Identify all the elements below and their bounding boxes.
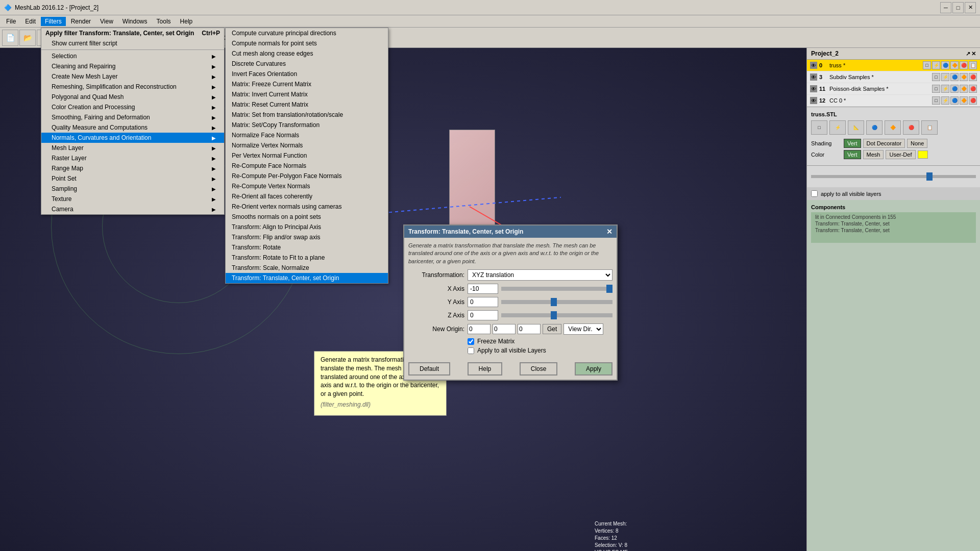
- submenu-recompute-per-polygon[interactable]: Re-Compute Per-Polygon Face Normals: [226, 171, 388, 181]
- filter-camera[interactable]: Camera ▶: [41, 204, 224, 214]
- filter-sampling[interactable]: Sampling ▶: [41, 184, 224, 194]
- mesh-icon-1[interactable]: □: [811, 120, 827, 135]
- filter-selection[interactable]: Selection ▶: [41, 51, 224, 61]
- mesh-icon-7[interactable]: 📋: [921, 120, 938, 135]
- mesh-icon-4[interactable]: 🔵: [866, 120, 883, 135]
- freeze-matrix-checkbox[interactable]: [468, 338, 474, 345]
- filter-mesh-layer[interactable]: Mesh Layer ▶: [41, 143, 224, 153]
- submenu-transform-flip[interactable]: Transform: Flip and/or swap axis: [226, 232, 388, 242]
- layer-eye-0[interactable]: 👁: [810, 62, 817, 69]
- menu-render[interactable]: Render: [67, 17, 95, 26]
- layer-icon-btn-3-1[interactable]: □: [932, 73, 940, 81]
- submenu-invert-faces[interactable]: Invert Faces Orientation: [226, 69, 388, 79]
- layer-icon-btn-12-3[interactable]: 🔵: [950, 96, 959, 105]
- main-slider-track[interactable]: [811, 175, 976, 178]
- layer-icon-btn-11-4[interactable]: 🔶: [960, 85, 968, 93]
- submenu-compute-normals-point[interactable]: Compute normals for point sets: [226, 38, 388, 48]
- get-button[interactable]: Get: [543, 324, 561, 334]
- submenu-cut-mesh-crease[interactable]: Cut mesh along crease edges: [226, 48, 388, 59]
- color-userdef-button[interactable]: User-Def: [886, 150, 915, 159]
- submenu-discrete-curvatures[interactable]: Discrete Curvatures: [226, 59, 388, 69]
- submenu-matrix-set-from[interactable]: Matrix: Set from translation/rotation/sc…: [226, 110, 388, 120]
- filter-quality[interactable]: Quality Measure and Computations ▶: [41, 122, 224, 133]
- transformation-dropdown[interactable]: XYZ translation: [468, 269, 612, 281]
- menu-view[interactable]: View: [96, 17, 117, 26]
- submenu-reorient-vertex-cameras[interactable]: Re-Orient vertex normals using cameras: [226, 202, 388, 212]
- toolbar-open[interactable]: 📂: [19, 30, 36, 46]
- layer-item-12[interactable]: 👁 12 CC 0 * □ ⚡ 🔵 🔶 🔴: [807, 95, 980, 107]
- filter-texture[interactable]: Texture ▶: [41, 194, 224, 204]
- shading-none-button[interactable]: None: [907, 139, 927, 148]
- filter-apply-item[interactable]: Apply filter Transform: Translate, Cente…: [41, 28, 224, 38]
- panel-close-icon[interactable]: ✕: [971, 51, 976, 57]
- new-origin-z[interactable]: [518, 324, 541, 334]
- layer-icon-btn-3-4[interactable]: 🔶: [960, 73, 968, 81]
- submenu-normalize-vertex[interactable]: Normalize Vertex Normals: [226, 140, 388, 151]
- submenu-matrix-reset[interactable]: Matrix: Reset Current Matrix: [226, 99, 388, 110]
- filter-smoothing[interactable]: Smoothing, Fairing and Deformation ▶: [41, 112, 224, 122]
- menu-help[interactable]: Help: [176, 17, 197, 26]
- shading-vert-button[interactable]: Vert: [844, 139, 861, 148]
- mesh-icon-3[interactable]: 📐: [848, 120, 864, 135]
- layer-eye-11[interactable]: 👁: [810, 85, 817, 92]
- layer-icon-btn-12-1[interactable]: □: [932, 96, 940, 105]
- x-axis-slider[interactable]: [501, 287, 612, 291]
- layer-icon-btn-0-5[interactable]: 🔴: [960, 61, 968, 69]
- mesh-icon-5[interactable]: 🔶: [885, 120, 901, 135]
- layer-icon-btn-11-3[interactable]: 🔵: [950, 85, 959, 93]
- menu-edit[interactable]: Edit: [21, 17, 40, 26]
- submenu-recompute-face[interactable]: Re-Compute Face Normals: [226, 161, 388, 171]
- layer-icon-btn-0-1[interactable]: □: [923, 61, 931, 69]
- layer-icon-btn-0-2[interactable]: ⚡: [932, 61, 940, 69]
- z-axis-slider-handle[interactable]: [551, 311, 557, 319]
- mesh-icon-6[interactable]: 🔴: [903, 120, 919, 135]
- close-button[interactable]: Close: [520, 362, 558, 375]
- color-swatch[interactable]: [918, 151, 928, 159]
- apply-button[interactable]: Apply: [575, 362, 612, 375]
- layer-icon-btn-0-6[interactable]: 📋: [969, 61, 977, 69]
- shading-dot-button[interactable]: Dot Decorator: [863, 139, 905, 148]
- toolbar-new[interactable]: 📄: [2, 30, 18, 46]
- filter-polygonal[interactable]: Polygonal and Quad Mesh ▶: [41, 92, 224, 102]
- apply-visible-checkbox[interactable]: [811, 190, 818, 197]
- submenu-per-vertex-normal[interactable]: Per Vertex Normal Function: [226, 151, 388, 161]
- filter-color[interactable]: Color Creation and Processing ▶: [41, 102, 224, 112]
- minimize-button[interactable]: ─: [940, 2, 951, 13]
- submenu-transform-scale[interactable]: Transform: Scale, Normalize: [226, 263, 388, 273]
- new-origin-y[interactable]: [493, 324, 516, 334]
- layer-item-0[interactable]: 👁 0 truss * □ ⚡ 🔵 🔶 🔴 📋: [807, 60, 980, 71]
- x-axis-slider-handle[interactable]: [606, 285, 612, 293]
- menu-file[interactable]: File: [2, 17, 20, 26]
- panel-float-icon[interactable]: ↗: [966, 51, 970, 57]
- help-button[interactable]: Help: [468, 362, 503, 375]
- submenu-reorient-faces[interactable]: Re-Orient all faces coherently: [226, 191, 388, 202]
- y-axis-slider-handle[interactable]: [551, 298, 557, 306]
- y-axis-input[interactable]: [468, 297, 498, 307]
- filter-normals[interactable]: Normals, Curvatures and Orientation ▶: [41, 133, 224, 143]
- layer-eye-3[interactable]: 👁: [810, 73, 817, 81]
- get-dropdown[interactable]: View Dir.: [564, 323, 603, 335]
- filter-show-script[interactable]: Show current filter script: [41, 38, 224, 48]
- new-origin-x[interactable]: [468, 324, 491, 334]
- submenu-transform-align[interactable]: Transform: Align to Principal Axis: [226, 222, 388, 232]
- main-slider-handle[interactable]: [926, 172, 933, 181]
- submenu-smooths-normals[interactable]: Smooths normals on a point sets: [226, 212, 388, 222]
- submenu-compute-curvature[interactable]: Compute curvature principal directions: [226, 28, 388, 38]
- filter-point-set[interactable]: Point Set ▶: [41, 173, 224, 184]
- layer-icon-btn-11-1[interactable]: □: [932, 85, 940, 93]
- filter-range-map[interactable]: Range Map ▶: [41, 163, 224, 173]
- filter-cleaning[interactable]: Cleaning and Repairing ▶: [41, 61, 224, 71]
- y-axis-slider[interactable]: [501, 300, 612, 304]
- layer-icon-btn-11-2[interactable]: ⚡: [941, 85, 949, 93]
- layer-icon-btn-0-4[interactable]: 🔶: [950, 61, 959, 69]
- layer-icon-btn-12-2[interactable]: ⚡: [941, 96, 949, 105]
- x-axis-input[interactable]: [468, 284, 498, 294]
- layer-icon-btn-3-5[interactable]: 🔴: [969, 73, 977, 81]
- layer-eye-12[interactable]: 👁: [810, 97, 817, 104]
- filter-create-mesh[interactable]: Create New Mesh Layer ▶: [41, 71, 224, 82]
- submenu-recompute-vertex[interactable]: Re-Compute Vertex Normals: [226, 181, 388, 191]
- submenu-transform-rotate[interactable]: Transform: Rotate: [226, 242, 388, 253]
- layer-item-11[interactable]: 👁 11 Poisson-disk Samples * □ ⚡ 🔵 🔶 🔴: [807, 83, 980, 95]
- apply-all-visible-checkbox[interactable]: [468, 347, 474, 354]
- layer-item-3[interactable]: 👁 3 Subdiv Samples * □ ⚡ 🔵 🔶 🔴: [807, 71, 980, 83]
